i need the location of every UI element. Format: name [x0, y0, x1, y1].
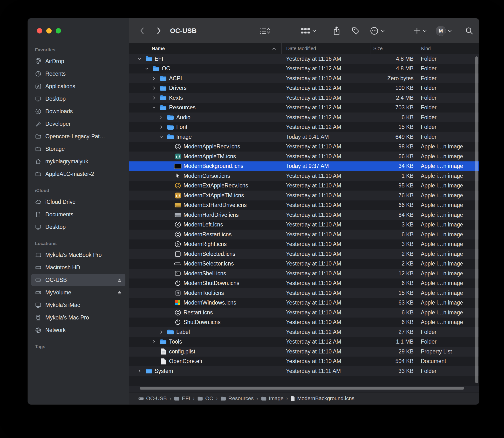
sidebar-item-documents[interactable]: Documents — [31, 208, 126, 221]
column-header-date-modified[interactable]: Date Modified — [281, 43, 370, 54]
sidebar-item-desktop[interactable]: Desktop — [31, 221, 126, 233]
file-row[interactable]: ShutDown.icnsYesterday at 11:10 AM6 KBAp… — [129, 318, 479, 328]
forward-button[interactable] — [156, 18, 162, 43]
globe-icon — [34, 327, 42, 333]
sidebar-item-downloads[interactable]: Downloads — [31, 105, 126, 118]
sidebar-item-mykola-s-macbook-pro[interactable]: Mykola’s MacBook Pro — [31, 249, 126, 261]
file-name: Restart.icns — [183, 309, 213, 316]
file-row[interactable]: ModernTool.icnsYesterday at 11:10 AM15 K… — [129, 288, 479, 298]
sidebar-item-mykolagrymalyuk[interactable]: mykolagrymalyuk — [31, 155, 126, 168]
file-row[interactable]: ModernHardDrive.icnsYesterday at 11:10 A… — [129, 210, 479, 220]
disclosure-triangle[interactable] — [152, 77, 160, 80]
more-actions-button[interactable] — [370, 18, 385, 43]
sidebar-item-network[interactable]: Network — [31, 324, 126, 336]
horizontal-scrollbar[interactable] — [140, 387, 464, 390]
file-size: 34 KB — [370, 163, 416, 169]
file-row[interactable]: ModernSelected.icnsYesterday at 11:10 AM… — [129, 249, 479, 259]
disclosure-triangle[interactable] — [160, 125, 167, 129]
file-row[interactable]: ModernShutDown.icnsYesterday at 11:10 AM… — [129, 278, 479, 288]
file-row[interactable]: ModernExtHardDrive.icnsYesterday at 11:1… — [129, 200, 479, 210]
file-row[interactable]: ModernCursor.icnsYesterday at 11:10 AM1 … — [129, 171, 479, 181]
file-row[interactable]: ModernBackground.icnsToday at 9:37 AM34 … — [129, 161, 479, 171]
file-row[interactable]: ModernAppleTM.icnsYesterday at 11:10 AM6… — [129, 152, 479, 161]
badge-gold-icon — [174, 182, 182, 189]
path-segment-resources[interactable]: Resources — [220, 395, 254, 402]
path-segment-efi[interactable]: EFI — [174, 395, 190, 402]
disclosure-triangle[interactable] — [152, 340, 160, 344]
disclosure-triangle[interactable] — [160, 135, 167, 139]
file-row[interactable]: ModernExtAppleRecv.icnsYesterday at 11:1… — [129, 181, 479, 191]
file-row[interactable]: Restart.icnsYesterday at 11:10 AM6 KBApp… — [129, 308, 479, 318]
column-header-size[interactable]: Size — [370, 43, 416, 54]
file-row[interactable]: OCYesterday at 11:12 AM4.8 MBFolder — [129, 64, 479, 74]
disclosure-triangle[interactable] — [160, 116, 167, 119]
file-row[interactable]: ModernAppleRecv.icnsYesterday at 11:10 A… — [129, 142, 479, 152]
file-row[interactable]: ToolsYesterday at 11:12 AM1.1 MBFolder — [129, 337, 479, 347]
group-button[interactable] — [301, 18, 316, 43]
file-row[interactable]: EFIYesterday at 11:16 AM4.8 MBFolder — [129, 54, 479, 64]
vertical-scrollbar[interactable] — [475, 56, 478, 383]
path-segment-image[interactable]: Image — [261, 395, 284, 402]
folder-icon — [145, 368, 153, 374]
add-button[interactable] — [413, 18, 427, 43]
file-row[interactable]: ImageToday at 9:41 AM649 KBFolder — [129, 132, 479, 142]
file-row[interactable]: SystemYesterday at 11:11 AM33 KBFolder — [129, 366, 479, 376]
file-row[interactable]: ModernWindows.icnsYesterday at 11:10 AM6… — [129, 298, 479, 308]
share-button[interactable] — [333, 18, 340, 43]
disclosure-triangle[interactable] — [145, 67, 152, 70]
sidebar-item-opencore-legacy-pat[interactable]: Opencore-Legacy-Pat… — [31, 130, 126, 143]
disclosure-triangle[interactable] — [160, 330, 167, 334]
sidebar-item-recents[interactable]: Recents — [31, 67, 126, 80]
file-row[interactable]: AudioYesterday at 11:12 AM6 KBFolder — [129, 112, 479, 122]
sidebar-item-mykola-s-imac[interactable]: Mykola’s iMac — [31, 299, 126, 311]
file-row[interactable]: config.plistYesterday at 11:10 AM29 KBPr… — [129, 347, 479, 357]
file-row[interactable]: ModernLeft.icnsYesterday at 11:10 AM3 KB… — [129, 220, 479, 230]
file-row[interactable]: ModernRestart.icnsYesterday at 11:10 AM6… — [129, 230, 479, 240]
file-row[interactable]: LabelYesterday at 11:12 AM27 KBFolder — [129, 327, 479, 337]
file-row[interactable]: DriversYesterday at 11:12 AM100 KBFolder — [129, 83, 479, 93]
eject-icon[interactable] — [117, 290, 122, 295]
sidebar-item-applealc-master-2[interactable]: AppleALC-master-2 — [31, 168, 126, 180]
close-button[interactable] — [37, 28, 42, 33]
back-button[interactable] — [139, 18, 145, 43]
search-button[interactable] — [465, 18, 474, 43]
file-row[interactable]: ModernSelector.icnsYesterday at 11:10 AM… — [129, 259, 479, 269]
sidebar-item-macintosh-hd[interactable]: Macintosh HD — [31, 261, 126, 274]
path-segment-oc[interactable]: OC — [197, 395, 213, 402]
file-row[interactable]: KextsYesterday at 11:10 AM2.4 MBFolder — [129, 93, 479, 103]
sidebar-item-oc-usb[interactable]: OC-USB — [31, 274, 126, 286]
user-avatar-button[interactable]: M — [436, 18, 452, 43]
file-row[interactable]: OpenCore.efiYesterday at 11:10 AM504 KBD… — [129, 357, 479, 366]
view-options-button[interactable] — [259, 18, 270, 43]
column-header-name[interactable]: Name — [129, 43, 281, 54]
file-row[interactable]: ModernExtAppleTM.icnsYesterday at 11:10 … — [129, 191, 479, 200]
disclosure-triangle[interactable] — [152, 106, 160, 110]
tags-button[interactable] — [351, 18, 360, 43]
sidebar-item-mykola-s-mac-pro[interactable]: Mykola’s Mac Pro — [31, 311, 126, 324]
disclosure-triangle[interactable] — [152, 86, 160, 90]
column-header-kind[interactable]: Kind — [416, 43, 479, 54]
file-row[interactable]: FontYesterday at 11:12 AM15 KBFolder — [129, 122, 479, 132]
sidebar-item-icloud-drive[interactable]: iCloud Drive — [31, 196, 126, 208]
sidebar-item-storage[interactable]: Storage — [31, 143, 126, 155]
sidebar-item-developer[interactable]: Developer — [31, 118, 126, 130]
disclosure-triangle[interactable] — [138, 369, 145, 373]
minimize-button[interactable] — [46, 28, 52, 33]
sidebar-item-applications[interactable]: Applications — [31, 80, 126, 93]
file-name: Label — [176, 329, 190, 335]
sidebar-item-airdrop[interactable]: AirDrop — [31, 55, 126, 67]
disclosure-triangle[interactable] — [152, 96, 160, 100]
file-row[interactable]: ACPIYesterday at 11:10 AMZero bytesFolde… — [129, 74, 479, 83]
file-row[interactable]: ModernShell.icnsYesterday at 11:10 AM12 … — [129, 269, 479, 278]
eject-icon[interactable] — [117, 278, 122, 282]
disclosure-triangle[interactable] — [138, 57, 145, 61]
sidebar-item-desktop[interactable]: Desktop — [31, 93, 126, 105]
path-segment-oc-usb[interactable]: OC-USB — [138, 395, 167, 402]
folder-icon — [160, 85, 167, 91]
file-kind: Folder — [416, 339, 479, 345]
file-row[interactable]: ModernRight.icnsYesterday at 11:10 AM3 K… — [129, 240, 479, 249]
file-row[interactable]: ResourcesYesterday at 11:12 AM703 KBFold… — [129, 103, 479, 113]
path-segment-modernbackground-icns[interactable]: ModernBackground.icns — [291, 395, 354, 402]
zoom-button[interactable] — [56, 28, 61, 33]
sidebar-item-myvolume[interactable]: MyVolume — [31, 286, 126, 299]
